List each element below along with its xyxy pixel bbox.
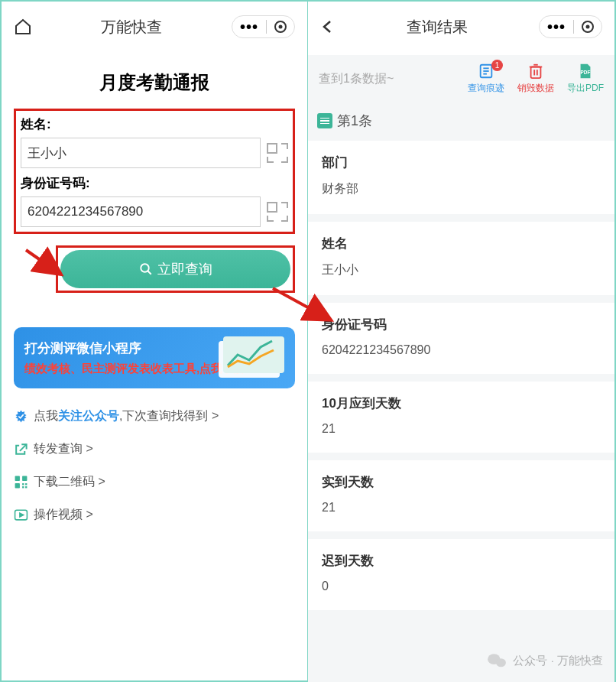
svg-rect-9: [22, 486, 24, 488]
data-card: 实到天数 21: [308, 460, 614, 531]
promo-card[interactable]: 打分测评微信小程序 绩效考核、民主测评发表收表工具,点我了解!: [14, 327, 295, 388]
target-icon[interactable]: [274, 21, 287, 33]
more-icon[interactable]: •••: [240, 23, 258, 31]
record-header: 第1条: [308, 107, 614, 141]
svg-rect-4: [15, 476, 20, 481]
forward-label: 转发查询 >: [34, 441, 93, 457]
submit-highlight-box: 立即查询: [56, 245, 295, 293]
watermark: 公众号 · 万能快查: [487, 652, 603, 669]
submit-button[interactable]: 立即查询: [60, 250, 290, 288]
delete-icon: [527, 63, 544, 80]
share-icon: [14, 442, 28, 456]
qrcode-label: 下载二维码 >: [34, 474, 105, 490]
qrcode-link[interactable]: 下载二维码 >: [14, 466, 295, 499]
follow-link[interactable]: 点我关注公众号,下次查询找得到 >: [14, 400, 295, 433]
id-label: 身份证号码:: [21, 174, 288, 192]
svg-rect-10: [25, 486, 27, 488]
search-icon: [139, 262, 153, 276]
id-input[interactable]: [21, 196, 261, 227]
nav-title-left: 万能快查: [32, 17, 232, 37]
data-value: 21: [322, 422, 601, 436]
video-link[interactable]: 操作视频 >: [14, 499, 295, 531]
qrcode-icon: [14, 475, 28, 489]
nav-bar-left: 万能快查 •••: [2, 2, 307, 55]
svg-rect-7: [22, 483, 24, 485]
video-icon: [14, 508, 28, 522]
svg-rect-6: [15, 483, 20, 488]
data-card: 姓名 王小小: [308, 222, 614, 295]
data-label: 姓名: [322, 235, 601, 252]
home-icon[interactable]: [14, 18, 32, 36]
svg-rect-8: [25, 483, 27, 485]
scan-icon[interactable]: [267, 202, 288, 222]
data-value: 21: [322, 501, 601, 515]
data-value: 王小小: [322, 262, 601, 278]
data-value: 0: [322, 580, 601, 593]
svg-rect-16: [531, 67, 541, 79]
svg-point-0: [141, 264, 149, 272]
nav-bar-right: 查询结果 •••: [308, 2, 614, 55]
nav-title-right: 查询结果: [336, 17, 539, 37]
video-label: 操作视频 >: [34, 507, 93, 523]
pdf-icon: PDF: [577, 63, 594, 80]
form-highlight-box: 姓名: 身份证号码:: [14, 109, 295, 234]
name-input[interactable]: [21, 138, 261, 168]
data-label: 10月应到天数: [322, 395, 601, 412]
verified-icon: [14, 409, 28, 424]
report-title: 月度考勤通报: [14, 70, 295, 95]
destroy-action[interactable]: 销毁数据: [517, 63, 554, 95]
svg-rect-5: [22, 476, 27, 481]
data-card: 10月应到天数 21: [308, 382, 614, 453]
export-action[interactable]: PDF 导出PDF: [567, 63, 604, 95]
data-card: 部门 财务部: [308, 141, 614, 214]
back-icon[interactable]: [320, 19, 336, 34]
svg-text:PDF: PDF: [581, 70, 591, 75]
wechat-icon: [487, 652, 507, 669]
data-card: 身份证号码 6204221234567890: [308, 303, 614, 374]
forward-link[interactable]: 转发查询 >: [14, 433, 295, 466]
submit-button-label: 立即查询: [157, 260, 212, 278]
capsule-button[interactable]: •••: [539, 15, 602, 38]
data-value: 财务部: [322, 181, 601, 197]
svg-line-1: [148, 271, 151, 274]
data-label: 部门: [322, 154, 601, 171]
more-icon[interactable]: •••: [547, 23, 566, 31]
scan-icon[interactable]: [267, 143, 288, 163]
name-label: 姓名:: [21, 115, 288, 133]
data-card: 迟到天数 0: [308, 539, 614, 610]
data-label: 实到天数: [322, 473, 601, 491]
trace-action[interactable]: 查询痕迹 1: [468, 63, 504, 95]
data-label: 迟到天数: [322, 552, 601, 570]
svg-point-25: [497, 658, 507, 667]
data-value: 6204221234567890: [322, 343, 601, 357]
badge: 1: [491, 60, 503, 71]
capsule-button[interactable]: •••: [232, 15, 295, 38]
chart-icon: [219, 333, 287, 379]
target-icon[interactable]: [582, 21, 594, 33]
list-icon: [317, 113, 332, 128]
result-count-hint: 查到1条数据~: [319, 71, 394, 87]
data-label: 身份证号码: [322, 316, 601, 333]
